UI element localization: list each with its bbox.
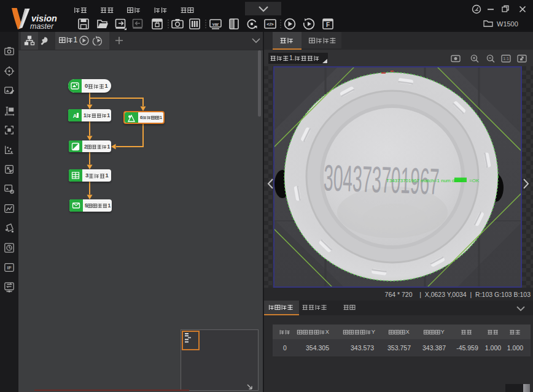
svg-text:var: var <box>212 22 219 26</box>
svg-text:1: 1 <box>105 83 108 89</box>
svg-text:W1500: W1500 <box>497 20 518 28</box>
svg-text:0: 0 <box>283 344 287 352</box>
svg-text:1: 1 <box>84 112 87 118</box>
svg-text:1.000: 1.000 <box>507 344 523 352</box>
svg-text:353.757: 353.757 <box>387 344 411 352</box>
svg-text:1: 1 <box>160 115 162 120</box>
svg-text:-45.959: -45.959 <box>456 344 478 352</box>
svg-text:Y: Y <box>441 328 445 335</box>
svg-text:1: 1 <box>74 36 78 44</box>
svg-text:343.573: 343.573 <box>351 344 374 352</box>
svg-text:=OK: =OK <box>469 178 480 183</box>
svg-text:1: 1 <box>107 144 110 150</box>
svg-text:1: 1 <box>107 112 110 118</box>
svg-text:A: A <box>73 113 77 119</box>
svg-text:1.000: 1.000 <box>485 344 501 352</box>
svg-text:Y: Y <box>372 328 376 335</box>
svg-text:T34373701967 match=1 num done: T34373701967 match=1 num done <box>386 178 463 183</box>
svg-text:6: 6 <box>140 115 142 120</box>
svg-text:master: master <box>30 22 54 31</box>
svg-text:3: 3 <box>85 172 88 179</box>
svg-text:1:1: 1:1 <box>503 56 509 61</box>
svg-text:764 * 720 | X,0623 Y,0034: 764 * 720 | X,0623 Y,0034 | R:103 G:103 … <box>385 291 531 298</box>
svg-text:F: F <box>326 21 330 28</box>
svg-text:IF: IF <box>7 265 11 271</box>
svg-text:</>: </> <box>266 21 274 27</box>
svg-text:X: X <box>406 328 410 335</box>
svg-text:2: 2 <box>84 144 87 150</box>
svg-text:1: 1 <box>105 172 108 179</box>
svg-text:1.: 1. <box>289 55 295 61</box>
svg-text:X: X <box>325 328 330 335</box>
svg-text:1: 1 <box>107 202 111 209</box>
svg-text:5: 5 <box>85 202 88 209</box>
svg-text:0: 0 <box>85 83 88 89</box>
svg-text:354.305: 354.305 <box>306 344 329 352</box>
svg-text:343.387: 343.387 <box>422 344 446 352</box>
